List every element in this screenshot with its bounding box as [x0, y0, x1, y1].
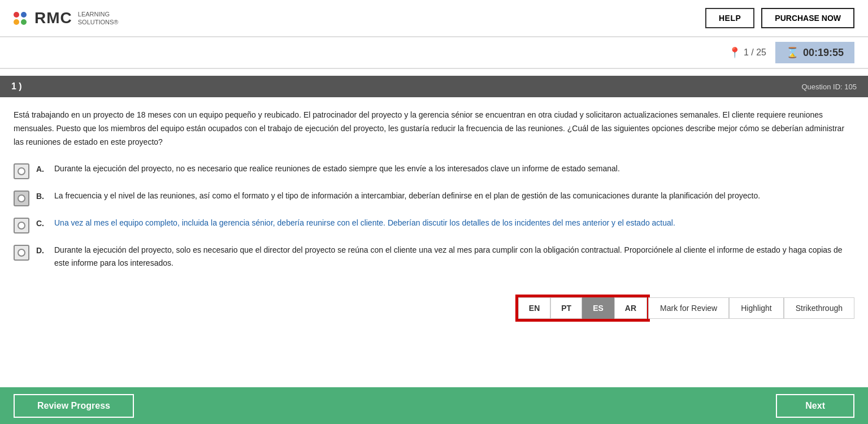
dot-green	[21, 19, 27, 25]
radio-inner-a	[18, 167, 25, 175]
option-d[interactable]: D. Durante la ejecución del proyecto, so…	[14, 244, 854, 269]
radio-inner-c	[18, 222, 25, 230]
logo-rmc: RMC	[34, 9, 72, 27]
header-buttons: HELP PURCHASE NOW	[705, 8, 854, 28]
option-label-b: B.	[36, 192, 47, 201]
option-c[interactable]: C. Una vez al mes el equipo completo, in…	[14, 217, 854, 233]
lang-es-button[interactable]: ES	[582, 297, 614, 319]
footer: Review Progress Next	[0, 387, 868, 424]
radio-inner-b	[18, 194, 25, 202]
lang-ar-button[interactable]: AR	[614, 297, 647, 319]
logo-subtitle: LEARNING SOLUTIONS®	[78, 10, 119, 27]
hourglass-icon: ⌛	[786, 46, 798, 59]
timer-text: 00:19:55	[803, 47, 844, 59]
pin-icon: 📍	[728, 46, 741, 59]
highlight-button[interactable]: Highlight	[729, 297, 783, 319]
question-id: Question ID: 105	[801, 83, 857, 91]
question-text: Está trabajando en un proyecto de 18 mes…	[14, 109, 854, 149]
radio-inner-d	[18, 249, 25, 257]
option-label-a: A.	[36, 165, 47, 174]
radio-b[interactable]	[14, 191, 29, 206]
counter-text: 1 / 25	[744, 47, 766, 58]
timer-row: 📍 1 / 25 ⌛ 00:19:55	[0, 37, 868, 68]
next-button[interactable]: Next	[776, 394, 854, 418]
purchase-now-button[interactable]: PURCHASE NOW	[761, 8, 854, 28]
question-counter: 📍 1 / 25	[728, 46, 766, 59]
help-button[interactable]: HELP	[705, 8, 754, 28]
option-b[interactable]: B. La frecuencia y el nivel de las reuni…	[14, 189, 854, 206]
language-group: EN PT ES AR	[517, 296, 648, 320]
option-text-a: Durante la ejecución del proyecto, no es…	[54, 162, 620, 175]
option-text-c: Una vez al mes el equipo completo, inclu…	[54, 217, 675, 229]
radio-a[interactable]	[14, 163, 29, 179]
dot-blue	[21, 12, 27, 18]
strikethrough-button[interactable]: Strikethrough	[784, 297, 854, 319]
question-body: Está trabajando en un proyecto de 18 mes…	[0, 97, 868, 291]
logo-dots	[14, 12, 27, 25]
mark-for-review-button[interactable]: Mark for Review	[648, 297, 729, 319]
option-label-c: C.	[36, 219, 47, 228]
timer-divider	[0, 68, 868, 69]
review-progress-button[interactable]: Review Progress	[14, 394, 134, 418]
option-text-b: La frecuencia y el nivel de las reunione…	[54, 189, 760, 202]
question-number: 1 )	[11, 81, 22, 92]
option-label-d: D.	[36, 246, 47, 255]
lang-en-button[interactable]: EN	[518, 297, 550, 319]
timer-box: ⌛ 00:19:55	[775, 42, 854, 63]
question-header-bar: 1 ) Question ID: 105	[0, 76, 868, 97]
radio-d[interactable]	[14, 245, 29, 261]
option-text-d: Durante la ejecución del proyecto, solo …	[54, 244, 854, 269]
lang-pt-button[interactable]: PT	[550, 297, 582, 319]
header: RMC LEARNING SOLUTIONS® HELP PURCHASE NO…	[0, 0, 868, 37]
option-a[interactable]: A. Durante la ejecución del proyecto, no…	[14, 162, 854, 179]
radio-c[interactable]	[14, 218, 29, 233]
logo-area: RMC LEARNING SOLUTIONS®	[14, 9, 118, 27]
tools-row: EN PT ES AR Mark for Review Highlight St…	[0, 291, 868, 329]
dot-red	[14, 12, 19, 18]
dot-yellow	[14, 19, 19, 25]
